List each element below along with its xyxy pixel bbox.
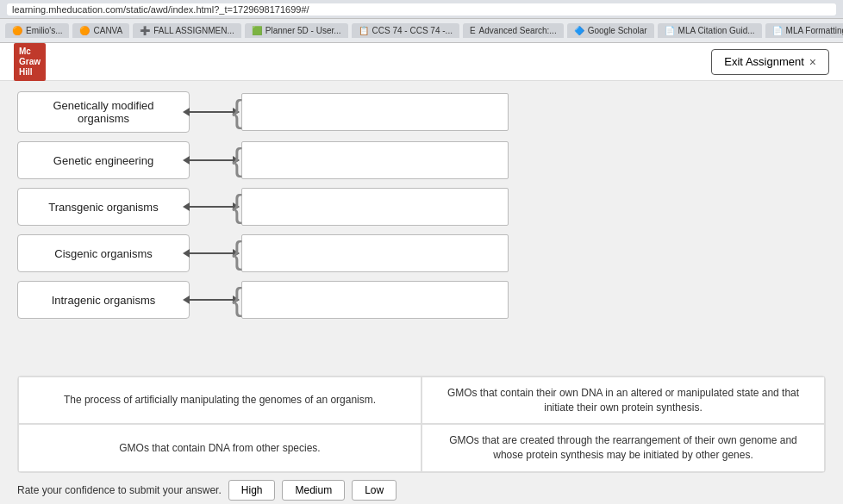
term-box-4[interactable]: Cisgenic organisms	[17, 234, 190, 272]
content-area: Genetically modified organisms Genetic e…	[0, 81, 843, 504]
match-row-4: Cisgenic organisms	[17, 234, 826, 272]
tab-ccs[interactable]: 📋 CCS 74 - CCS 74 -...	[352, 23, 459, 38]
tab-icon-mla2: 📄	[772, 26, 783, 35]
answer-option-1[interactable]: The process of artificially manipulating…	[18, 376, 422, 425]
confidence-medium-button[interactable]: Medium	[282, 480, 345, 501]
arrow-line-4	[190, 252, 233, 254]
answer-option-2[interactable]: GMOs that contain their own DNA in an al…	[422, 376, 825, 425]
arrow-line-5	[190, 299, 233, 301]
browser-bar: learning.mheducation.com/static/awd/inde…	[0, 0, 843, 19]
answer-drop-3[interactable]	[241, 188, 509, 226]
confidence-bar: Rate your confidence to submit your answ…	[17, 473, 826, 504]
exit-assignment-button[interactable]: Exit Assignment ×	[711, 49, 829, 75]
tab-fall[interactable]: ➕ FALL ASSIGNMEN...	[133, 23, 241, 38]
tab-scholar[interactable]: 🔷 Google Scholar	[567, 23, 654, 38]
tab-icon-ccs: 📋	[359, 26, 369, 35]
arrow-line-2	[190, 159, 233, 161]
tab-icon-canva: 🟠	[79, 26, 90, 35]
match-row-3: Transgenic organisms	[17, 188, 826, 226]
answer-drop-4[interactable]	[241, 234, 509, 272]
answer-drop-5[interactable]	[241, 281, 509, 319]
close-icon: ×	[809, 55, 816, 69]
tab-planner[interactable]: 🟩 Planner 5D - User...	[245, 23, 348, 38]
confidence-label: Rate your confidence to submit your answ…	[17, 484, 222, 496]
tab-icon-mla1: 📄	[665, 26, 675, 35]
app-header: Mc Graw Hill Exit Assignment ×	[0, 43, 843, 81]
answer-option-3[interactable]: GMOs that contain DNA from other species…	[18, 424, 422, 472]
tab-icon-scholar: 🔷	[574, 26, 584, 35]
tab-mla1[interactable]: 📄 MLA Citation Guid...	[658, 23, 762, 38]
arrow-line-3	[190, 206, 233, 208]
tab-icon-emilio: 🟠	[12, 26, 22, 35]
match-row-5: Intragenic organisms	[17, 281, 826, 319]
tab-advanced[interactable]: E Advanced Search:...	[463, 23, 564, 38]
confidence-high-button[interactable]: High	[228, 480, 276, 501]
match-row-1: Genetically modified organisms	[17, 91, 826, 133]
answer-option-4[interactable]: GMOs that are created through the rearra…	[422, 424, 825, 472]
term-box-2[interactable]: Genetic engineering	[17, 141, 190, 179]
tab-icon-advanced: E	[470, 26, 476, 35]
mcgraw-logo: Mc Graw Hill	[14, 43, 46, 81]
tab-canva[interactable]: 🟠 CANVA	[72, 23, 129, 38]
answer-drop-2[interactable]	[241, 141, 509, 179]
match-row-2: Genetic engineering	[17, 141, 826, 179]
answer-options-grid: The process of artificially manipulating…	[17, 376, 826, 473]
url-bar[interactable]: learning.mheducation.com/static/awd/inde…	[7, 3, 836, 16]
confidence-low-button[interactable]: Low	[352, 480, 397, 501]
tab-icon-planner: 🟩	[252, 26, 262, 35]
app-container: Mc Graw Hill Exit Assignment × Genetical…	[0, 43, 843, 504]
term-box-3[interactable]: Transgenic organisms	[17, 188, 190, 226]
term-box-5[interactable]: Intragenic organisms	[17, 281, 190, 319]
tab-emilio[interactable]: 🟠 Emilio's...	[5, 23, 69, 38]
tab-icon-fall: ➕	[140, 26, 150, 35]
tab-bar: 🟠 Emilio's... 🟠 CANVA ➕ FALL ASSIGNMEN..…	[0, 19, 843, 43]
arrow-line-1	[190, 111, 233, 113]
matching-area: Genetically modified organisms Genetic e…	[17, 91, 826, 367]
tab-mla2[interactable]: 📄 MLA Formatting G...	[765, 23, 843, 38]
term-box-1[interactable]: Genetically modified organisms	[17, 91, 190, 133]
answer-drop-1[interactable]	[241, 93, 509, 131]
